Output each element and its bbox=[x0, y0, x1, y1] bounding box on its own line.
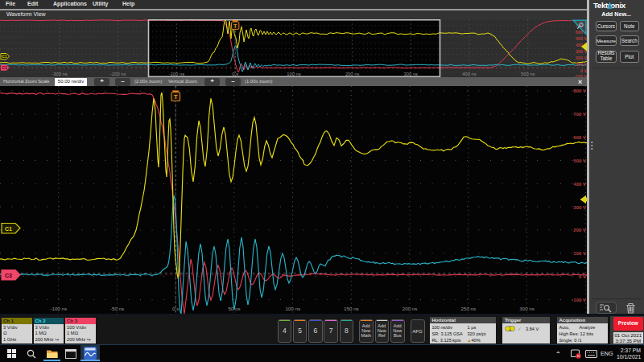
svg-text:-100 ns: -100 ns bbox=[50, 306, 67, 311]
svg-text:200 V: 200 V bbox=[576, 56, 587, 60]
svg-text:C3: C3 bbox=[2, 66, 6, 70]
svg-text:-300 ns: -300 ns bbox=[52, 72, 67, 76]
svg-text:-200 ns: -200 ns bbox=[110, 72, 126, 76]
svg-text:-100 V: -100 V bbox=[574, 74, 587, 77]
svg-text:C3: C3 bbox=[5, 273, 12, 278]
svg-text:800 V: 800 V bbox=[573, 88, 586, 93]
svg-text:T: T bbox=[174, 93, 178, 101]
svg-text:300 ns: 300 ns bbox=[519, 306, 535, 311]
svg-text:250 ns: 250 ns bbox=[461, 306, 477, 311]
svg-text:T: T bbox=[233, 23, 237, 29]
svg-text:100 V: 100 V bbox=[576, 62, 587, 67]
svg-text:200 ns: 200 ns bbox=[345, 72, 360, 76]
svg-text:0 V: 0 V bbox=[579, 274, 586, 279]
svg-text:200 ns: 200 ns bbox=[402, 306, 418, 311]
svg-text:200 V: 200 V bbox=[573, 228, 586, 232]
svg-text:C1: C1 bbox=[5, 226, 12, 232]
svg-text:-100 ns: -100 ns bbox=[169, 72, 184, 76]
svg-text:300 V: 300 V bbox=[573, 205, 586, 210]
svg-text:C1: C1 bbox=[2, 55, 6, 59]
svg-text:700 V: 700 V bbox=[573, 112, 586, 117]
svg-text:0 s: 0 s bbox=[232, 72, 238, 76]
svg-text:500 ns: 500 ns bbox=[521, 72, 535, 76]
svg-text:-50 ns: -50 ns bbox=[110, 306, 124, 311]
svg-text:500 V: 500 V bbox=[576, 36, 587, 41]
svg-text:0 s: 0 s bbox=[172, 306, 179, 311]
svg-text:100 ns: 100 ns bbox=[285, 306, 300, 311]
svg-text:100 V: 100 V bbox=[573, 251, 586, 256]
svg-text:400 V: 400 V bbox=[573, 182, 586, 187]
svg-text:150 ns: 150 ns bbox=[344, 306, 359, 311]
svg-text:600 V: 600 V bbox=[573, 135, 586, 140]
svg-text:-100 V: -100 V bbox=[572, 298, 586, 302]
svg-text:500 V: 500 V bbox=[573, 158, 586, 163]
svg-text:50 ns: 50 ns bbox=[228, 306, 240, 311]
svg-text:400 ns: 400 ns bbox=[462, 72, 477, 76]
svg-text:100 ns: 100 ns bbox=[287, 72, 301, 76]
svg-text:300 ns: 300 ns bbox=[404, 72, 419, 76]
